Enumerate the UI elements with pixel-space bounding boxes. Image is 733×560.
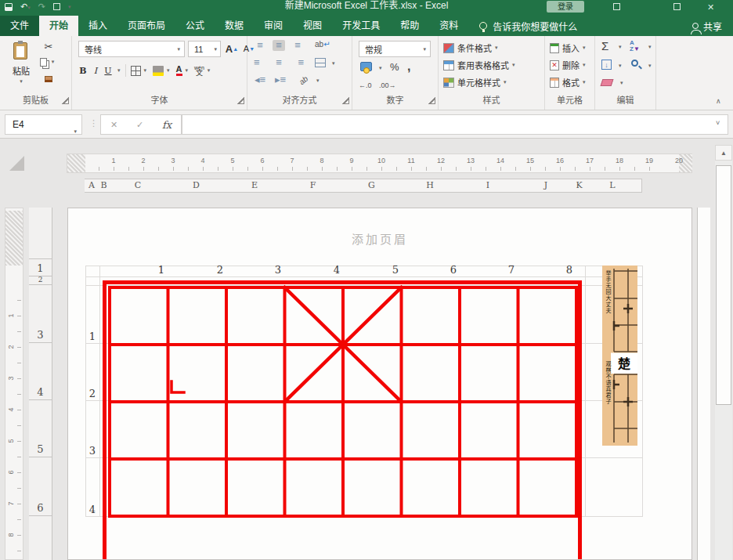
orientation-dropdown-icon[interactable]: ▾ <box>316 78 320 84</box>
sort-filter-icon[interactable]: AZ▼ <box>630 40 640 52</box>
fill-down-icon[interactable]: ↓ <box>601 60 612 70</box>
clear-dropdown-icon[interactable]: ▾ <box>620 80 623 86</box>
column-header-D[interactable]: D <box>167 179 226 193</box>
clipboard-dialog-launcher[interactable] <box>62 97 69 104</box>
sign-in-button[interactable]: 登录 <box>547 1 584 13</box>
align-top-icon[interactable]: ≡ <box>254 40 266 51</box>
insert-function-icon[interactable]: fx <box>162 119 172 131</box>
tell-me-box[interactable]: 告诉我你想要做什么 <box>479 16 577 36</box>
wrap-text-icon[interactable]: ab↵ <box>315 40 330 49</box>
column-header-I[interactable]: I <box>459 179 518 193</box>
font-color-dropdown-icon[interactable]: ▾ <box>186 67 189 74</box>
font-color-icon[interactable]: A <box>176 65 182 76</box>
tab-insert[interactable]: 插入 <box>78 16 117 36</box>
decrease-decimal-icon[interactable]: .00→ <box>379 81 396 89</box>
row-header-1[interactable]: 1 <box>29 262 52 275</box>
fill-dropdown-icon[interactable]: ▾ <box>619 63 622 69</box>
increase-font-button[interactable]: A▲ <box>224 42 240 56</box>
merge-dropdown-icon[interactable]: ▾ <box>332 60 335 67</box>
number-format-select[interactable]: 常规▾ <box>359 41 431 57</box>
accounting-dropdown-icon[interactable]: ▾ <box>379 65 382 71</box>
copy-button[interactable]: ▾ <box>39 55 55 69</box>
horizontal-ruler[interactable]: 1 2 3 4 5 6 7 8 9 10 11 12 13 14 15 16 1… <box>67 154 692 173</box>
fill-color-icon[interactable] <box>153 66 164 76</box>
close-icon[interactable]: ✕ <box>707 2 714 13</box>
autosum-button[interactable]: Σ <box>601 39 608 52</box>
name-box[interactable]: E4▾ <box>5 114 82 135</box>
row-header-6[interactable]: 6 <box>29 502 52 515</box>
collapse-ribbon-icon[interactable]: ∧ <box>716 97 721 105</box>
orientation-icon[interactable]: ab <box>298 74 310 87</box>
format-painter-button[interactable] <box>41 72 56 86</box>
formula-input[interactable] <box>182 114 728 135</box>
tab-file[interactable]: 文件 <box>0 16 39 36</box>
number-dialog-launcher[interactable] <box>428 97 435 104</box>
increase-decimal-icon[interactable]: ←.0 <box>359 81 372 89</box>
column-header-L[interactable]: L <box>583 179 642 193</box>
find-select-icon[interactable] <box>631 60 638 67</box>
phonetic-dropdown-icon[interactable]: ▾ <box>208 67 211 74</box>
font-name-select[interactable]: 等线▾ <box>78 41 185 57</box>
align-center-icon[interactable]: ≡ <box>273 57 285 68</box>
column-header-F[interactable]: F <box>283 179 343 193</box>
autosum-dropdown-icon[interactable]: ▾ <box>619 44 622 50</box>
row-header-5[interactable]: 5 <box>29 443 52 456</box>
borders-icon[interactable] <box>131 66 141 76</box>
row-header-2[interactable]: 2 <box>29 276 52 284</box>
tab-developer[interactable]: 开发工具 <box>332 16 390 36</box>
column-header-G[interactable]: G <box>342 179 402 193</box>
accounting-format-icon[interactable] <box>360 62 372 71</box>
maximize-icon[interactable] <box>673 2 681 13</box>
tab-data[interactable]: 数据 <box>215 16 254 36</box>
font-size-select[interactable]: 11▾ <box>188 41 221 57</box>
column-header-J[interactable]: J <box>517 179 576 193</box>
row-header-3[interactable]: 3 <box>29 329 52 341</box>
xiangqi-picture[interactable]: 举手无回大丈夫 观棋不语真君子 楚 <box>602 266 637 446</box>
tab-formulas[interactable]: 公式 <box>175 16 215 36</box>
tab-ziliao[interactable]: 资料 <box>429 16 468 36</box>
underline-button[interactable]: U <box>102 66 114 76</box>
row-header-4[interactable]: 4 <box>29 386 52 399</box>
alignment-dialog-launcher[interactable] <box>342 97 349 104</box>
align-right-icon[interactable]: ≡ <box>291 57 304 68</box>
tab-review[interactable]: 审阅 <box>254 16 293 36</box>
cell-styles-button[interactable]: 单元格样式▾ <box>443 74 507 90</box>
comma-style-button[interactable]: , <box>407 60 410 74</box>
vertical-ruler[interactable]: 1 2 3 4 5 6 7 8 <box>5 208 23 560</box>
enter-icon[interactable]: ✓ <box>136 120 143 130</box>
increase-indent-icon[interactable]: ▸≡ <box>274 74 287 85</box>
align-middle-icon[interactable]: ≡ <box>273 40 285 51</box>
worksheet-page[interactable]: 添加页眉 1 2 3 4 5 6 7 8 1 2 3 4 <box>67 208 692 560</box>
delete-cells-button[interactable]: ✕删除▾ <box>550 57 586 73</box>
column-header-B[interactable]: B <box>99 179 110 193</box>
cut-button[interactable]: ✂ <box>41 39 56 53</box>
fill-color-dropdown-icon[interactable]: ▾ <box>167 67 170 74</box>
column-header-E[interactable]: E <box>226 179 284 193</box>
ribbon-display-icon[interactable] <box>613 2 620 13</box>
tab-help[interactable]: 帮助 <box>390 16 429 36</box>
borders-dropdown-icon[interactable]: ▾ <box>144 67 147 74</box>
tab-view[interactable]: 视图 <box>293 16 332 36</box>
decrease-indent-icon[interactable]: ◂≡ <box>254 74 266 85</box>
column-header-C[interactable]: C <box>109 179 168 193</box>
find-dropdown-icon[interactable]: ▾ <box>648 63 652 69</box>
paste-button[interactable]: 粘贴 ▾ <box>6 41 36 89</box>
tab-home[interactable]: 开始 <box>39 16 78 36</box>
align-left-icon[interactable]: ≡ <box>254 57 266 68</box>
format-cells-button[interactable]: 格式▾ <box>550 74 586 90</box>
clear-eraser-icon[interactable] <box>601 79 614 86</box>
scroll-up-icon[interactable]: ▲ <box>715 145 732 161</box>
sort-dropdown-icon[interactable]: ▾ <box>648 44 652 50</box>
bold-button[interactable]: B <box>77 66 89 76</box>
conditional-formatting-button[interactable]: 条件格式▾ <box>443 40 498 56</box>
column-header-A[interactable]: A <box>85 179 99 193</box>
cancel-icon[interactable]: ✕ <box>110 120 117 130</box>
phonetic-guide-button[interactable]: wén文 <box>194 65 204 76</box>
align-bottom-icon[interactable]: ≡ <box>291 40 304 51</box>
font-dialog-launcher[interactable] <box>237 97 244 104</box>
underline-dropdown-icon[interactable]: ▾ <box>117 67 121 74</box>
expand-formula-bar-icon[interactable]: ˅ <box>716 119 720 127</box>
italic-button[interactable]: I <box>89 66 102 76</box>
percent-style-button[interactable]: % <box>390 61 399 73</box>
merge-center-icon[interactable] <box>315 58 326 67</box>
